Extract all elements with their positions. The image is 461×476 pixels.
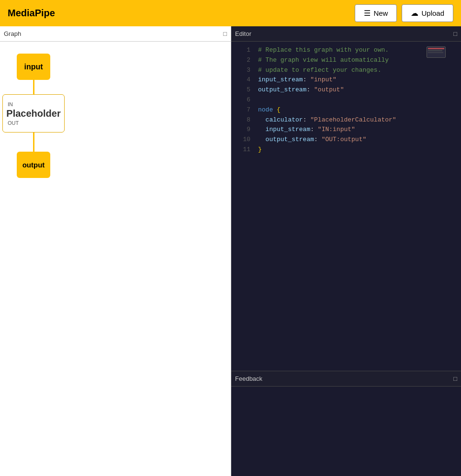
line-number: 3 <box>235 66 250 76</box>
code-line: 6 <box>231 95 461 105</box>
list-icon: ☰ <box>364 9 371 18</box>
editor-container: Editor □ 1# Replace this graph with your… <box>231 26 461 371</box>
code-line: 8 calculator: "PlaceholderCalculator" <box>231 115 461 125</box>
main-layout: Graph □ input IN Placeholder OUT output <box>0 26 461 476</box>
feedback-panel-title: Feedback <box>235 375 262 382</box>
line-number: 2 <box>235 55 250 66</box>
connector-top <box>33 80 34 95</box>
code-line: 10 output_stream: "OUT:output" <box>231 135 461 145</box>
line-number: 4 <box>235 75 250 85</box>
feedback-area <box>231 387 461 476</box>
graph-area[interactable]: input IN Placeholder OUT output <box>0 42 231 476</box>
placeholder-main-label: Placeholder <box>6 108 60 119</box>
code-line: 7node { <box>231 105 461 115</box>
line-content: input_stream: "IN:input" <box>258 125 355 135</box>
graph-expand-icon[interactable]: □ <box>223 30 227 37</box>
line-number: 10 <box>235 135 250 145</box>
line-content: output_stream: "OUT:output" <box>258 135 366 145</box>
editor-panel-header: Editor □ <box>231 26 461 42</box>
feedback-expand-icon[interactable]: □ <box>453 375 457 382</box>
line-number: 1 <box>235 45 250 55</box>
new-button[interactable]: ☰ New <box>355 4 397 22</box>
line-content: # update to reflect your changes. <box>258 66 381 76</box>
minimap <box>427 46 446 58</box>
line-number: 9 <box>235 125 250 135</box>
output-node[interactable]: output <box>17 152 50 178</box>
code-line: 11} <box>231 145 461 155</box>
line-content: node { <box>258 105 281 115</box>
placeholder-node[interactable]: IN Placeholder OUT <box>2 94 65 133</box>
line-number: 7 <box>235 105 250 115</box>
line-number: 6 <box>235 95 250 105</box>
line-content: calculator: "PlaceholderCalculator" <box>258 115 396 125</box>
code-area[interactable]: 1# Replace this graph with your own.2# T… <box>231 42 461 371</box>
feedback-panel-header: Feedback □ <box>231 371 461 387</box>
line-number: 8 <box>235 115 250 125</box>
code-line: 5output_stream: "output" <box>231 85 461 95</box>
right-panel: Editor □ 1# Replace this graph with your… <box>231 26 461 476</box>
editor-expand-icon[interactable]: □ <box>453 30 457 37</box>
upload-button-label: Upload <box>421 9 444 17</box>
graph-panel-header: Graph □ <box>0 26 231 42</box>
upload-button[interactable]: ☁ Upload <box>402 4 453 22</box>
line-content: output_stream: "output" <box>258 85 344 95</box>
placeholder-in-label: IN <box>8 101 13 107</box>
line-content: input_stream: "input" <box>258 75 337 85</box>
code-line: 4input_stream: "input" <box>231 75 461 85</box>
upload-icon: ☁ <box>411 9 418 18</box>
new-button-label: New <box>373 9 388 17</box>
connector-bottom <box>33 133 34 152</box>
header: MediaPipe ☰ New ☁ Upload <box>0 0 461 26</box>
line-number: 11 <box>235 145 250 155</box>
line-content: # Replace this graph with your own. <box>258 45 389 55</box>
graph-panel: Graph □ input IN Placeholder OUT output <box>0 26 231 476</box>
placeholder-out-label: OUT <box>8 120 19 126</box>
line-content: } <box>258 145 262 155</box>
feedback-container: Feedback □ <box>231 371 461 476</box>
graph-panel-title: Graph <box>4 30 21 37</box>
line-content: # The graph view will automatically <box>258 55 389 66</box>
app-logo: MediaPipe <box>8 8 55 19</box>
header-buttons: ☰ New ☁ Upload <box>355 4 453 22</box>
input-node[interactable]: input <box>17 54 50 80</box>
editor-panel-title: Editor <box>235 30 251 37</box>
code-line: 9 input_stream: "IN:input" <box>231 125 461 135</box>
line-number: 5 <box>235 85 250 95</box>
code-line: 3# update to reflect your changes. <box>231 66 461 76</box>
